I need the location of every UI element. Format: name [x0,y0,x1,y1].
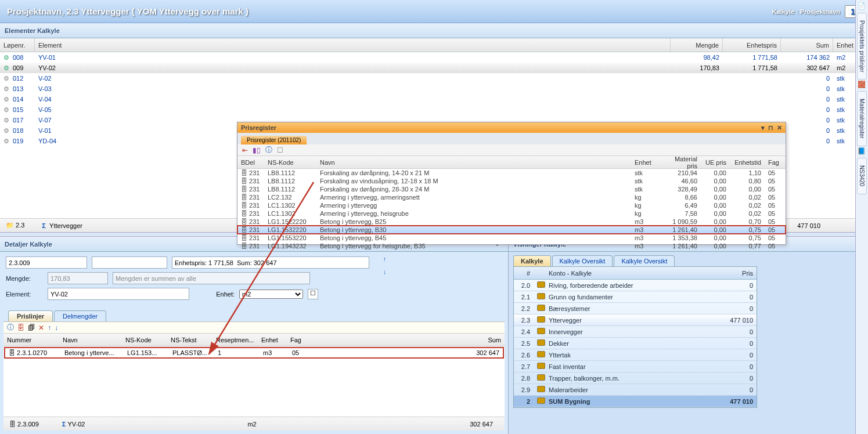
visninger-row[interactable]: 2.2Bæresystemer0 [514,303,757,314]
move-up-icon[interactable]: ↑ [383,255,387,262]
element-row[interactable]: ⚙009 YV-02 170,83 1 771,58 302 647 m2 [0,63,868,73]
visninger-row[interactable]: 2.9Malerarbeider0 [514,384,757,396]
sidebar-right: 📄 Prosjektets prislinjer 🧱 Materialregis… [855,0,868,434]
blank-input[interactable] [92,256,167,269]
prisregister-row[interactable]: 🗄 231LB8.1112Forskaling av døråpning, 14… [237,169,786,177]
element-row[interactable]: ⚙008 YV-01 98,42 1 771,58 174 362 m2 [0,52,868,63]
prislinjer-panel: ⓘ 🗄 🗐 ✕ ↑ ↓ Nummer Navn NS-Kode NS-Tekst… [3,321,505,431]
pin-icon[interactable]: ⇤ [242,146,248,154]
element-row[interactable]: ⚙015 V-05 0 stk [0,104,868,115]
element-row[interactable]: ⚙013 V-03 0 stk [0,84,868,94]
detaljer-panel: Detaljer Kalkyle ↑ ↓ Mengde: Element: En [0,237,509,434]
visninger-row[interactable]: 2.5Dekker0 [514,338,757,349]
prisregister-toolbar: ⇤ ▮▯ ⓘ ☐ [237,144,786,156]
visninger-row[interactable]: 2SUM Bygning477 010 [514,396,757,407]
col-enhetspris[interactable]: Enhetspris [723,38,781,52]
visninger-table: # Konto - Kalkyle Pris 2.0Riving, forber… [513,266,757,408]
prisregister-panel[interactable]: Prisregister ▾ ⊓ ✕ Prisregister (201102)… [237,122,786,245]
prisregister-row[interactable]: 🗄 231LB8.1112Forskaling av vindusåpning,… [237,177,786,185]
prisregister-row[interactable]: 🗄 231LC2.132Armering i yttervegg, armeri… [237,193,786,201]
delete-icon[interactable]: ✕ [38,324,44,332]
visninger-panel: Visninger Kalkyle Kalkyle Kalkyle Oversi… [509,237,868,434]
prisregister-tab[interactable]: Prisregister (201102) [241,136,307,144]
mengde-input [48,272,108,284]
info-icon[interactable]: ⓘ [7,323,14,332]
prisregister-row[interactable]: 🗄 231LG1.1522220Betong i yttervegg, B25m… [237,218,786,226]
element-row[interactable]: ⚙014 V-04 0 stk [0,94,868,104]
visninger-row[interactable]: 2.4Innervegger0 [514,326,757,338]
section-elementer-header: Elementer Kalkyle [0,23,868,38]
section-elementer-title: Elementer Kalkyle [5,27,60,34]
prisregister-header-row: BDel NS-Kode Navn Enhet Material pris UE… [237,156,786,169]
section-detaljer-title: Detaljer Kalkyle [5,241,52,248]
topbar: Prosjektnavn, 2.3 Yttervegger ( YOM Ytte… [0,0,868,23]
info-icon[interactable]: ⓘ [265,145,272,155]
code-input[interactable] [6,256,87,269]
prisregister-row[interactable]: 🗄 231LC1.1302Armering i yttervegg, heisg… [237,209,786,218]
down-icon[interactable]: ↓ [55,324,58,332]
prislinjer-footer: 🗄 2.3.009 Σ YV-02 m2 302 647 [3,417,505,431]
copy-icon[interactable]: 🗐 [28,324,35,332]
enhet-select[interactable]: m2 [239,290,303,299]
prisregister-row[interactable]: 🗄 231LB8.1112Forskaling av døråpning, 28… [237,185,786,193]
col-element[interactable]: Element [35,38,671,52]
visninger-row[interactable]: 2.1Grunn og fundamenter0 [514,291,757,303]
sidebar-icon-c[interactable]: 📘 [858,147,867,157]
prisregister-row[interactable]: 🗄 231LC1.1302Armering i ytterveggkg6,490… [237,201,786,209]
title-right: Kalkyle : Prosjektnavn [772,8,840,15]
visninger-row[interactable]: 2.3Yttervegger477 010 [514,314,757,326]
mengde-hint [113,272,310,284]
panel-pin2-icon[interactable]: ⊓ [768,124,773,132]
col-mengde[interactable]: Mengde [671,38,723,52]
vis-tab-kalkyle[interactable]: Kalkyle [513,255,551,266]
enhet-picker-icon[interactable]: ☐ [308,289,318,299]
vis-tab-oversikt1[interactable]: Kalkyle Oversikt [552,255,613,266]
sidebar-icon-b[interactable]: 🧱 [858,81,867,90]
prisregister-row[interactable]: 🗄 231LG1.1532220Betong i yttervegg, B30m… [237,226,786,234]
visninger-row[interactable]: 2.6Yttertak0 [514,349,757,361]
col-lopenr[interactable]: Løpenr. [0,38,35,52]
info-input[interactable] [172,256,369,269]
page-title: Prosjektnavn, 2.3 Yttervegger ( YOM Ytte… [7,6,248,16]
prisregister-row[interactable]: 🗄 231LG1.1943232Betong i yttervegg for h… [237,242,786,250]
prislinje-row[interactable]: 🗄 2.3.1.0270 Betong i ytterve... LG1.153… [4,347,504,359]
elementer-header-row: Løpenr. Element Mengde Enhetspris Sum En… [0,38,868,52]
up-icon[interactable]: ↑ [48,324,51,332]
col-sum[interactable]: Sum [781,38,833,52]
element-row[interactable]: ⚙012 V-02 0 stk [0,73,868,84]
sidebar-icon-a[interactable]: 📄 [858,2,867,12]
tree-icon[interactable]: ▮▯ [253,146,261,154]
tab-prislinjer[interactable]: Prislinjer [8,310,53,321]
prisregister-title[interactable]: Prisregister ▾ ⊓ ✕ [237,122,786,133]
prisregister-row[interactable]: 🗄 231LG1.1553220Betong i yttervegg, B45m… [237,234,786,242]
panel-pin-icon[interactable]: ▾ [761,124,765,132]
sidebar-tab-prislinjer[interactable]: Prosjektets prislinjer [857,13,867,79]
box-icon[interactable]: ☐ [277,146,283,154]
elementer-grid: Løpenr. Element Mengde Enhetspris Sum En… [0,38,868,218]
element-input[interactable] [48,288,189,300]
db-icon[interactable]: 🗄 [17,324,24,332]
sidebar-tab-ns3420[interactable]: NS3420 [857,158,867,194]
visninger-row[interactable]: 2.7Fast inventar0 [514,361,757,372]
panel-close-icon[interactable]: ✕ [777,124,782,132]
visninger-row[interactable]: 2.0Riving, forberedende arbeider0 [514,280,757,291]
sidebar-tab-material[interactable]: Materialregister [857,91,867,146]
tab-delmengder[interactable]: Delmengder [54,310,106,321]
vis-tab-oversikt2[interactable]: Kalkyle Oversikt [614,255,675,266]
visninger-row[interactable]: 2.8Trapper, balkonger, m.m.0 [514,372,757,384]
move-down-icon[interactable]: ↓ [383,268,387,275]
